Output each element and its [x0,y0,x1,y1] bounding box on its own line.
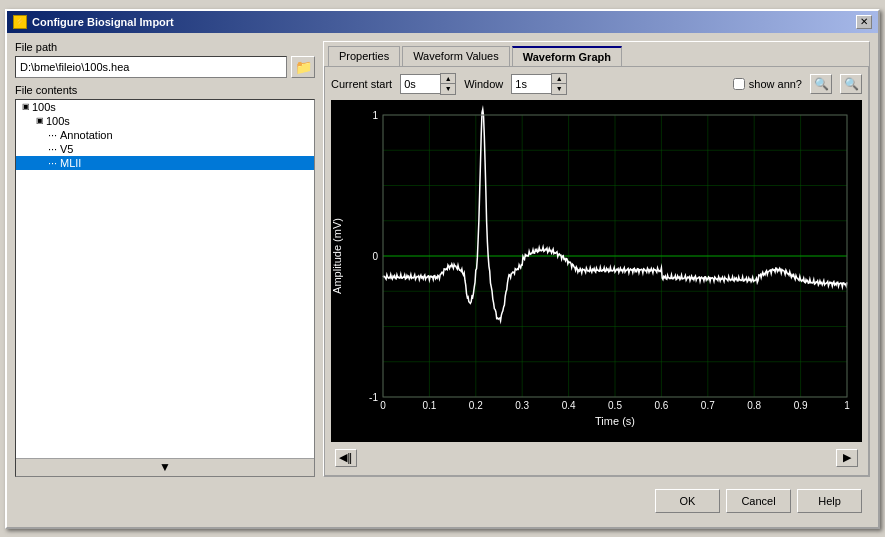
tree-item-label: Annotation [60,129,113,141]
tree-item-v5[interactable]: ··· V5 [16,142,314,156]
zoom-out-button[interactable]: 🔍 [840,74,862,94]
file-path-input[interactable] [15,56,287,78]
tabs-bar: Properties Waveform Values Waveform Grap… [324,42,869,66]
browse-button[interactable]: 📁 [291,56,315,78]
tree-item-label: V5 [60,143,73,155]
tab-properties[interactable]: Properties [328,46,400,66]
tree-item-100s-root[interactable]: ▣ 100s [16,100,314,114]
tab-content-waveform-graph: Current start ▲ ▼ Window ▲ [324,66,869,476]
title-bar: ⚡ Configure Biosignal Import ✕ [7,11,878,33]
right-panel: Properties Waveform Values Waveform Grap… [323,41,870,477]
left-panel: File path 📁 File contents [15,41,315,477]
show-ann-label: show ann? [749,78,802,90]
scroll-down-icon: ▼ [159,460,171,474]
window-spin: ▲ ▼ [511,73,567,95]
window-content: File path 📁 File contents [7,33,878,527]
window-title: Configure Biosignal Import [32,16,174,28]
tree-scroll-area[interactable]: ▣ 100s ▣ 100s [16,100,314,458]
close-button[interactable]: ✕ [856,15,872,29]
cancel-button[interactable]: Cancel [726,489,791,513]
expander-icon: ▣ [34,115,46,127]
zoom-in-icon: 🔍 [814,77,829,91]
zoom-out-icon: 🔍 [844,77,859,91]
main-window: ⚡ Configure Biosignal Import ✕ File path… [5,9,880,529]
current-start-spin-buttons: ▲ ▼ [440,73,456,95]
file-contents-section: File contents ▣ 100s ▣ [15,84,315,477]
graph-nav-bar: ◀‖ ▶ [331,447,862,469]
scroll-left-button[interactable]: ◀‖ [335,449,357,467]
app-icon: ⚡ [13,15,27,29]
tree-item-label: 100s [32,101,56,113]
left-arrow-icon: ◀‖ [339,451,353,464]
graph-container [331,100,862,442]
folder-icon: 📁 [295,59,312,75]
tab-waveform-graph[interactable]: Waveform Graph [512,46,622,66]
tree-item-annotation[interactable]: ··· Annotation [16,128,314,142]
tree-item-label: MLII [60,157,81,169]
leaf-spacer: ··· [48,129,60,141]
file-path-label: File path [15,41,315,53]
window-label: Window [464,78,503,90]
window-up-button[interactable]: ▲ [552,74,566,84]
help-button[interactable]: Help [797,489,862,513]
show-ann-row: show ann? [733,78,802,90]
file-path-section: File path 📁 [15,41,315,78]
ok-button[interactable]: OK [655,489,720,513]
file-path-row: 📁 [15,56,315,78]
tree-item-100s-child[interactable]: ▣ 100s [16,114,314,128]
tree-container: ▣ 100s ▣ 100s [15,99,315,477]
current-start-spin: ▲ ▼ [400,73,456,95]
scroll-right-button[interactable]: ▶ [836,449,858,467]
show-ann-checkbox[interactable] [733,78,745,90]
window-spin-buttons: ▲ ▼ [551,73,567,95]
file-contents-label: File contents [15,84,315,96]
zoom-in-button[interactable]: 🔍 [810,74,832,94]
expander-icon: ▣ [20,101,32,113]
tree-item-label: 100s [46,115,70,127]
waveform-canvas [331,100,862,442]
main-area: File path 📁 File contents [15,41,870,477]
leaf-spacer: ··· [48,157,60,169]
leaf-spacer: ··· [48,143,60,155]
window-down-button[interactable]: ▼ [552,84,566,94]
current-start-up-button[interactable]: ▲ [441,74,455,84]
waveform-controls: Current start ▲ ▼ Window ▲ [331,73,862,95]
tab-waveform-values[interactable]: Waveform Values [402,46,510,66]
current-start-input[interactable] [400,74,440,94]
current-start-down-button[interactable]: ▼ [441,84,455,94]
bottom-bar: OK Cancel Help [15,483,870,519]
right-arrow-icon: ▶ [843,451,851,464]
title-bar-left: ⚡ Configure Biosignal Import [13,15,174,29]
window-input[interactable] [511,74,551,94]
tree-item-mlii[interactable]: ··· MLII [16,156,314,170]
current-start-label: Current start [331,78,392,90]
tree-scroll-down-button[interactable]: ▼ [16,458,314,476]
